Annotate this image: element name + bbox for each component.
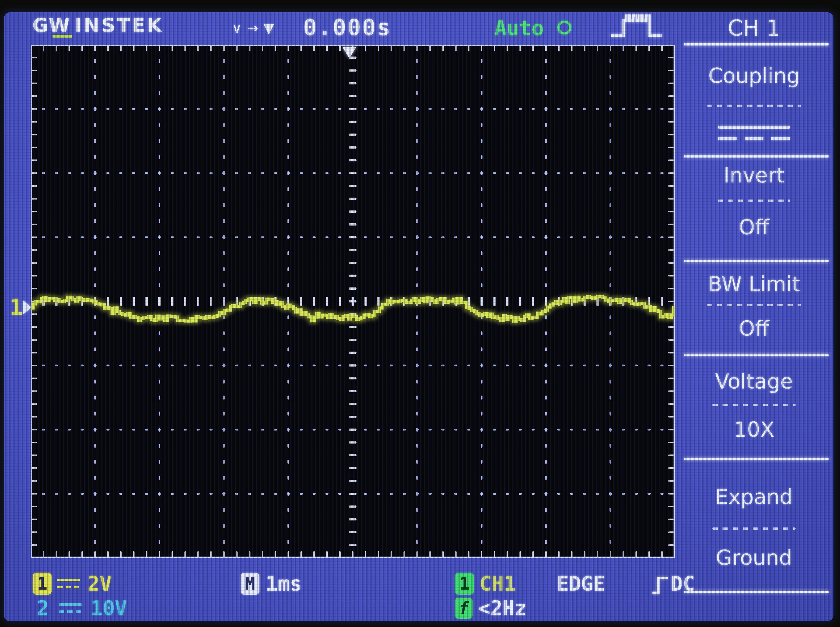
trigger-mode-status: Auto	[494, 16, 544, 40]
menu-item-voltage-value[interactable]: 10X	[675, 417, 833, 442]
ch1-waveform-trace	[31, 45, 675, 558]
menu-item-expand-label[interactable]: Expand	[675, 484, 833, 509]
menu-item-coupling-label[interactable]: Coupling	[675, 63, 833, 88]
trigger-position-marker[interactable]	[342, 47, 357, 58]
ch2-scale-readout: 10V	[91, 597, 127, 620]
ch1-marker-label: 1	[9, 295, 23, 320]
menu-dotted-divider	[713, 528, 796, 529]
menu-header-channel: CH 1	[675, 15, 833, 41]
trigger-type-readout: EDGE	[557, 572, 605, 595]
menu-item-invert-label[interactable]: Invert	[675, 162, 833, 188]
triangle-down-icon: ▼	[264, 20, 274, 36]
ch2-badge: 2	[37, 597, 49, 620]
menu-separator	[684, 591, 829, 593]
ch1-dc-coupling-icon	[57, 576, 80, 592]
waveform-display-area	[31, 45, 675, 558]
ch1-scale-readout: 2V	[88, 572, 112, 595]
acquisition-status-icons: ∨→▼	[232, 20, 279, 36]
trigger-frequency-readout: <2Hz	[478, 597, 527, 620]
trigger-source-readout: CH1	[480, 572, 516, 595]
check-icon: ∨	[232, 20, 242, 36]
softkey-menu: CH 1 Coupling Invert Off BW Limit Off Vo…	[675, 12, 833, 621]
pulse-trigger-icon	[609, 13, 663, 40]
menu-separator	[684, 155, 829, 158]
arrow-right-icon: →	[247, 20, 258, 36]
trigger-activity-icon	[557, 20, 571, 35]
menu-separator	[684, 43, 829, 46]
trigger-source-badge: 1	[455, 573, 474, 595]
timebase-badge: M	[241, 573, 260, 595]
logo-instek: INSTEK	[75, 14, 164, 36]
ch2-dc-coupling-icon	[59, 601, 82, 616]
menu-dotted-divider	[707, 304, 801, 306]
trigger-frequency-badge: f	[455, 598, 472, 619]
brand-logo: GW INSTEK	[32, 14, 164, 36]
menu-separator	[684, 354, 829, 356]
dc-coupling-icon[interactable]	[718, 123, 790, 147]
menu-separator	[684, 260, 829, 262]
menu-item-bwlimit-label[interactable]: BW Limit	[675, 271, 833, 297]
ch1-badge: 1	[33, 573, 52, 595]
menu-dotted-divider	[707, 105, 801, 107]
trigger-coupling-readout: DC	[671, 572, 695, 595]
menu-item-invert-value[interactable]: Off	[675, 214, 833, 240]
menu-separator	[684, 458, 829, 460]
rising-edge-icon	[651, 573, 669, 597]
menu-item-bwlimit-value[interactable]: Off	[675, 316, 833, 341]
marker-arrow-icon	[23, 300, 31, 314]
horizontal-position-readout: 0.000s	[303, 14, 392, 41]
ch1-reference-marker[interactable]: 1	[9, 295, 31, 320]
logo-gw: GW	[32, 14, 70, 36]
menu-dotted-divider	[718, 200, 790, 202]
timebase-readout: 1ms	[266, 572, 302, 595]
menu-item-voltage-label[interactable]: Voltage	[675, 369, 833, 394]
oscilloscope-screen: GW INSTEK ∨→▼ 0.000s Auto 1 CH 1 Couplin…	[4, 12, 834, 621]
menu-dotted-divider	[713, 404, 796, 406]
menu-item-expand-value[interactable]: Ground	[675, 545, 833, 570]
